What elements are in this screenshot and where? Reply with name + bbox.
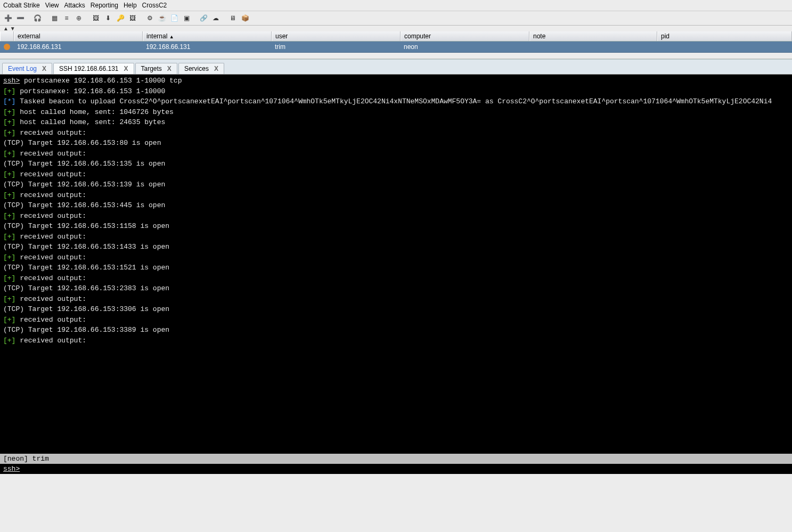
beacon-status-line: [neon] trim (0, 454, 792, 464)
cell-internal: 192.168.66.131 (143, 42, 272, 52)
sort-indicator-icon: ▲ (169, 34, 174, 39)
close-icon[interactable]: X (214, 65, 218, 72)
toolbar: ➕➖🎧▦≡⊕🖼⬇🔑🖼⚙☕📄▣🔗☁🖥📦 (0, 11, 792, 26)
document-icon[interactable]: 📄 (169, 13, 179, 23)
cell-computer: neon (401, 42, 529, 52)
console-output: ssh> portscanexe 192.168.66.153 1-10000 … (0, 75, 792, 454)
tab-label: Event Log (8, 65, 37, 72)
picture-icon[interactable]: 🖼 (128, 13, 137, 23)
tab-label: SSH 192.168.66.131 (59, 65, 118, 72)
console-prompt: ssh> (3, 465, 20, 473)
split-control[interactable]: ▲ ▼ (0, 26, 792, 31)
cell-user: trim (272, 42, 401, 52)
splitter[interactable] (0, 53, 792, 59)
cell-external: 192.168.66.131 (14, 42, 143, 52)
col-note[interactable]: note (529, 31, 657, 41)
tab[interactable]: TargetsX (135, 63, 177, 74)
svg-point-0 (4, 44, 10, 50)
console-input[interactable]: ssh> (0, 464, 792, 474)
tab-label: Services (184, 65, 209, 72)
beacon-table-header: external internal ▲ user computer note p… (0, 31, 792, 42)
col-internal-label: internal (146, 32, 167, 40)
menu-bar: Cobalt Strike View Attacks Reporting Hel… (0, 0, 792, 11)
tab[interactable]: SSH 192.168.66.131X (53, 63, 134, 74)
minus-icon[interactable]: ➖ (15, 13, 25, 23)
tab[interactable]: ServicesX (178, 63, 224, 74)
cube-icon[interactable]: 📦 (240, 13, 250, 23)
menu-item[interactable]: Attacks (64, 2, 85, 9)
cup-icon[interactable]: ☕ (157, 13, 167, 23)
menu-item[interactable]: Help (124, 2, 137, 9)
key-icon[interactable]: 🔑 (116, 13, 125, 23)
gear-icon[interactable]: ⚙ (145, 13, 154, 23)
crosshair-icon[interactable]: ⊕ (74, 13, 84, 23)
menu-item[interactable]: Reporting (91, 2, 118, 9)
menu-item[interactable]: CrossC2 (142, 2, 167, 9)
headphones-icon[interactable]: 🎧 (32, 13, 42, 23)
terminal-icon[interactable]: ▣ (182, 13, 191, 23)
close-icon[interactable]: X (124, 65, 128, 72)
tab-label: Targets (141, 65, 162, 72)
col-computer[interactable]: computer (401, 31, 529, 41)
col-external[interactable]: external (14, 31, 143, 41)
cell-pid (657, 42, 792, 52)
cell-note (529, 42, 657, 52)
grid-icon[interactable]: ▦ (50, 13, 59, 23)
image-icon[interactable]: 🖼 (91, 13, 101, 23)
col-pid[interactable]: pid (657, 31, 792, 41)
tab[interactable]: Event LogX (2, 63, 52, 74)
col-internal[interactable]: internal ▲ (143, 31, 272, 41)
cloud-icon[interactable]: ☁ (211, 13, 221, 23)
close-icon[interactable]: X (42, 65, 46, 72)
close-icon[interactable]: X (167, 65, 172, 72)
link-icon[interactable]: 🔗 (199, 13, 208, 23)
col-user[interactable]: user (272, 31, 401, 41)
console-tabs: Event LogXSSH 192.168.66.131XTargetsXSer… (0, 59, 792, 75)
list-icon[interactable]: ≡ (62, 13, 71, 23)
download-icon[interactable]: ⬇ (103, 13, 113, 23)
col-icon[interactable] (0, 31, 14, 41)
menu-item[interactable]: Cobalt Strike (3, 2, 40, 9)
beacon-row[interactable]: 192.168.66.131 192.168.66.131 trim neon (0, 42, 792, 53)
plus-icon[interactable]: ➕ (3, 13, 13, 23)
screen-icon[interactable]: 🖥 (228, 13, 238, 23)
menu-item[interactable]: View (45, 2, 59, 9)
beacon-os-icon (0, 42, 14, 52)
